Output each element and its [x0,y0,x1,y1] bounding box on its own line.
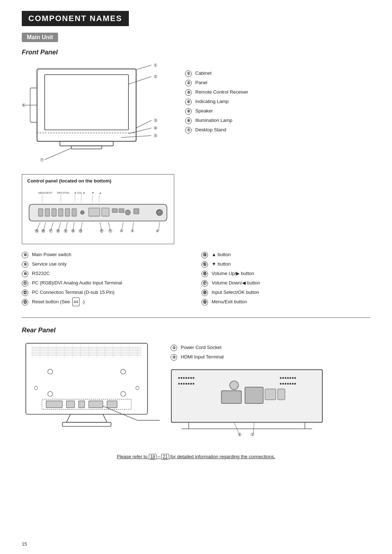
list-item: ⑨ Service use only [22,259,191,269]
page-number: 15 [22,541,27,547]
svg-point-90 [48,369,53,374]
svg-text:⑤: ⑤ [154,134,158,138]
list-item: ⑦ Desktop Stand [185,125,370,135]
list-item: ⑮ ▼ button [201,259,370,269]
svg-text:▼: ▼ [92,192,94,194]
svg-point-93 [48,392,53,397]
list-item: ⑱ Input Select/OK button [201,288,370,297]
svg-rect-111 [221,391,241,403]
svg-text:●●●●●●●: ●●●●●●● [178,376,195,380]
svg-line-18 [45,148,72,160]
list-item: ⑥ Illumination Lamp [185,116,370,125]
svg-text:▲: ▲ [99,192,102,194]
list-item: ① Cabinet [185,69,370,78]
svg-text:●●●●●●●: ●●●●●●● [279,381,297,386]
svg-text:⑩: ⑩ [120,229,123,233]
list-item: ⑤ Speaker [185,106,370,116]
list-item: ② HDMI Input Terminal [171,352,370,362]
main-unit-badge: Main Unit [22,33,58,42]
svg-rect-36 [72,209,76,216]
list-item: ⑬ Reset button (See 44.) [22,297,191,307]
front-panel-svg: ① ② ③ ④ ⑤ ⑥ ⑦ [22,61,174,168]
section-separator [22,317,370,318]
svg-point-42 [125,210,130,215]
list-item: ⑰ Volume Down/◀ button [201,278,370,288]
svg-text:④: ④ [154,126,158,130]
svg-rect-97 [46,401,62,408]
svg-rect-2 [60,141,113,146]
svg-text:⑥: ⑥ [22,103,26,107]
svg-rect-101 [107,401,117,408]
svg-line-6 [136,65,151,70]
svg-point-37 [81,210,84,214]
svg-text:INPUT/OK: INPUT/OK [57,192,69,194]
svg-point-94 [121,392,126,397]
bottom-labels: ⑧ Main Power switch ⑨ Service use only ⑩… [22,250,370,307]
svg-rect-35 [65,209,70,216]
footer-note: Please refer to 18～21 for detailed infor… [22,454,370,460]
svg-rect-1 [45,75,128,130]
svg-line-103 [103,406,138,420]
bottom-labels-left: ⑧ Main Power switch ⑨ Service use only ⑩… [22,250,191,307]
rear-panel-detail-svg: ●●●●●●● ●●●●●●● ●●●●●●● ●●●●●●● [171,369,323,442]
svg-point-44 [156,209,162,215]
svg-rect-38 [89,208,100,216]
svg-rect-102 [62,423,111,427]
svg-text:●●●●●●●: ●●●●●●● [279,376,297,380]
svg-rect-40 [112,209,117,212]
svg-rect-39 [102,208,109,216]
svg-text:③: ③ [154,118,158,123]
list-item: ③ Remote Control Receiver [185,87,370,97]
list-item: ② Panel [185,78,370,87]
svg-text:⑨: ⑨ [131,229,134,233]
svg-rect-100 [89,401,103,408]
svg-rect-98 [66,401,74,408]
svg-line-68 [159,222,159,231]
control-panel-box: Control panel (located on the bottom) ME… [22,174,174,244]
svg-point-110 [230,381,238,390]
list-item: ⑲ Menu/Exit button [201,297,370,307]
svg-line-8 [128,77,151,84]
svg-rect-33 [52,209,56,216]
rear-panel-overview-svg [22,339,160,432]
svg-point-91 [121,369,126,374]
svg-line-12 [128,128,151,134]
svg-text:MENU/EXIT: MENU/EXIT [38,192,53,194]
list-item: ⑯ Volume Up/▶ button [201,269,370,278]
rear-panel-content: ① Power Cord Socket ② HDMI Input Termina… [22,339,370,443]
list-item: ① Power Cord Socket [171,343,370,352]
svg-text:⑱: ⑱ [41,229,45,233]
svg-rect-4 [37,133,136,141]
svg-text:⑯: ⑯ [56,229,60,233]
svg-text:●●●●●●●: ●●●●●●● [178,381,195,386]
svg-rect-41 [119,209,124,212]
rear-panel-heading: Rear Panel [22,327,370,334]
front-panel-content: ① ② ③ ④ ⑤ ⑥ ⑦ [22,61,370,244]
front-panel-labels: ① Cabinet ② Panel ③ Remote Control Recei… [185,61,370,135]
rear-panel-section: Rear Panel [22,327,370,443]
svg-rect-112 [245,387,263,403]
svg-rect-31 [38,209,43,216]
svg-text:①: ① [250,432,254,437]
svg-rect-3 [72,146,102,149]
svg-point-95 [136,386,139,390]
svg-text:②: ② [238,432,242,437]
svg-text:⑦: ⑦ [40,158,44,162]
front-panel-heading: Front Panel [22,49,370,56]
rear-panel-labels: ① Power Cord Socket ② HDMI Input Termina… [171,339,370,443]
svg-text:②: ② [154,74,158,79]
svg-rect-0 [37,69,136,141]
svg-rect-113 [265,389,276,400]
svg-rect-32 [45,209,49,216]
bottom-panel-svg: MENU/EXIT INPUT/OK ◄ VOL ► ▼ ▲ [27,189,169,238]
front-panel-label-list: ① Cabinet ② Panel ③ Remote Control Recei… [185,69,370,135]
front-panel-diagram: ① ② ③ ④ ⑤ ⑥ ⑦ [22,61,174,244]
svg-text:⑲: ⑲ [35,229,38,233]
svg-text:◄ VOL ►: ◄ VOL ► [74,192,85,194]
control-panel-title: Control panel (located on the bottom) [27,178,169,184]
component-names-header: COMPONENT NAMES [22,11,129,26]
bottom-labels-right: ⑭ ▲ button ⑮ ▼ button ⑯ Volume Up/▶ butt… [201,250,370,307]
list-item: ④ Indicating Lamp [185,97,370,106]
list-item: ⑪ PC (RGB)/DVI Analog Audio Input Termin… [22,278,191,288]
svg-text:⑫: ⑫ [100,229,103,233]
